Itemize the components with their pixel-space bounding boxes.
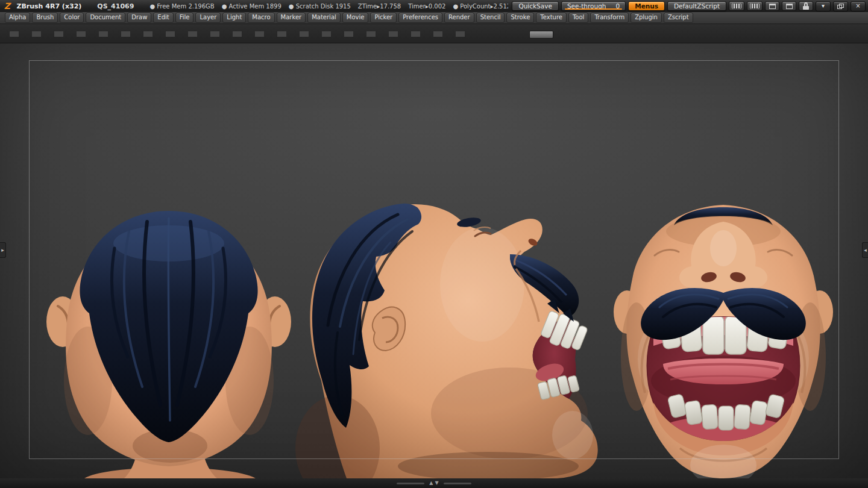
menu-item[interactable]: Marker: [277, 13, 306, 23]
dock-window-icon: [786, 4, 793, 9]
stat-item: ● PolyCount▸2.512 MP: [453, 3, 508, 10]
memory-stats: ● Free Mem 2.196GB● Active Mem 1899● Scr…: [149, 3, 508, 10]
document-name: QS_41069: [97, 2, 134, 10]
minimize-button[interactable]: ▾: [816, 1, 831, 11]
stat-item: ● Scratch Disk 1915: [289, 3, 351, 10]
lock-ui-button[interactable]: [799, 1, 813, 11]
menu-item[interactable]: Texture: [536, 13, 567, 23]
menu-item[interactable]: Material: [307, 13, 341, 23]
titlebar-controls: QuickSave See-through 0 Menus DefaultZSc…: [512, 1, 866, 11]
menu-item[interactable]: Stencil: [476, 13, 505, 23]
right-tray-toggle[interactable]: ◂: [862, 242, 868, 258]
stat-item: Timer▸0.002: [408, 3, 445, 10]
menu-item[interactable]: Zplugin: [631, 13, 662, 23]
menu-item[interactable]: Brush: [32, 13, 58, 23]
menu-bar: AlphaBrushColorDocumentDrawEditFileLayer…: [0, 12, 868, 24]
vertical-bars-icon: [750, 3, 760, 9]
menus-button[interactable]: Menus: [628, 1, 665, 11]
close-button[interactable]: ×: [851, 1, 866, 11]
menu-item[interactable]: Edit: [153, 13, 173, 23]
sculpt-scene: [0, 43, 868, 478]
strip-scroll-handle[interactable]: [529, 31, 553, 39]
bottom-scrollbar-right[interactable]: [444, 483, 471, 484]
quicksave-button[interactable]: QuickSave: [512, 1, 558, 11]
menu-item[interactable]: Document: [86, 13, 125, 23]
menu-item[interactable]: Stroke: [506, 13, 534, 23]
stat-item: ● Free Mem 2.196GB: [149, 3, 214, 10]
menu-item[interactable]: Zscript: [664, 13, 693, 23]
menu-item[interactable]: Render: [444, 13, 474, 23]
zbrush-window: Z ZBrush 4R7 (x32) QS_41069 ● Free Mem 2…: [0, 0, 868, 488]
menu-item[interactable]: File: [175, 13, 194, 23]
menu-item[interactable]: Alpha: [5, 13, 30, 23]
divider-down-icon: ▼: [435, 481, 439, 486]
zbrush-logo-icon: Z: [2, 1, 11, 11]
divider-up-icon: ▲: [429, 481, 433, 486]
menu-item[interactable]: Preferences: [398, 13, 442, 23]
divider-arrows[interactable]: ▲ ▼: [429, 481, 438, 486]
menu-item[interactable]: Transform: [590, 13, 629, 23]
app-title: ZBrush 4R7 (x32): [16, 2, 81, 10]
tray-tick-marks: [10, 31, 469, 37]
sculpt-head-profile-view: [295, 204, 598, 478]
menu-item[interactable]: Draw: [127, 13, 151, 23]
menu-item[interactable]: Movie: [342, 13, 369, 23]
bottom-scrollbar-left[interactable]: [397, 483, 424, 484]
tray-strip: [0, 24, 868, 43]
menu-item[interactable]: Macro: [248, 13, 274, 23]
lock-icon: [803, 2, 809, 10]
sculpt-head-bottom-view: [614, 205, 833, 478]
sculpt-head-back-view: [46, 211, 291, 478]
dock-palette-left-button[interactable]: [765, 1, 779, 11]
bottom-bar: ▲ ▼: [0, 478, 868, 488]
menu-item[interactable]: Layer: [195, 13, 221, 23]
menu-item[interactable]: Picker: [370, 13, 397, 23]
menu-item[interactable]: Tool: [568, 13, 588, 23]
see-through-slider[interactable]: See-through 0: [561, 1, 626, 11]
restore-button[interactable]: [833, 1, 848, 11]
see-through-slider-bar: [565, 8, 622, 10]
left-tray-toggle[interactable]: ▸: [0, 242, 6, 258]
stat-item: ● Active Mem 1899: [222, 3, 281, 10]
document-canvas[interactable]: [0, 43, 868, 478]
dock-window-icon: [769, 4, 776, 9]
title-bar: Z ZBrush 4R7 (x32) QS_41069 ● Free Mem 2…: [0, 0, 868, 12]
divider-config-right-button[interactable]: [747, 1, 763, 11]
default-zscript-button[interactable]: DefaultZScript: [667, 1, 726, 11]
vertical-bars-icon: [732, 3, 741, 9]
divider-config-left-button[interactable]: [729, 1, 744, 11]
stat-item: ZTime▸17.758: [358, 3, 401, 10]
restore-window-icon: [837, 4, 844, 9]
menu-item[interactable]: Color: [60, 13, 84, 23]
menu-item[interactable]: Light: [222, 13, 246, 23]
dock-palette-right-button[interactable]: [782, 1, 796, 11]
